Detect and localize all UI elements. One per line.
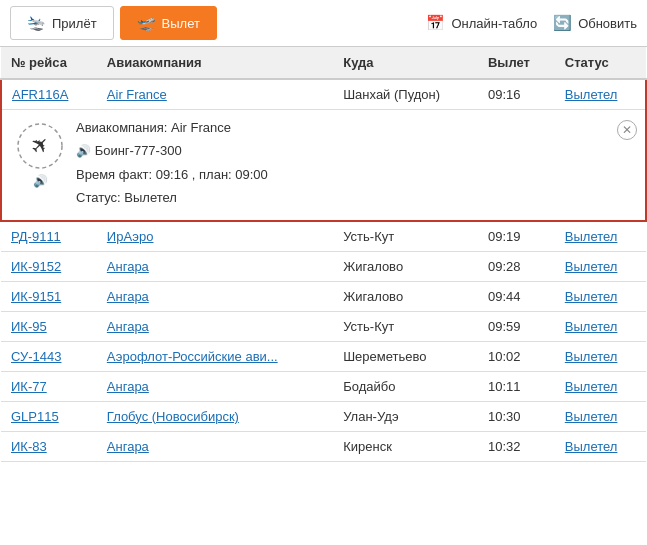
table-row: РД-9111 ИрАэро Усть-Кут 09:19 Вылетел (1, 221, 646, 252)
airline-name[interactable]: Ангара (97, 371, 333, 401)
refresh-link[interactable]: 🔄 Обновить (553, 14, 637, 32)
table-row: GLP115 Глобус (Новосибирск) Улан-Удэ 10:… (1, 401, 646, 431)
flight-number[interactable]: ИК-9152 (1, 251, 97, 281)
flight-status[interactable]: Вылетел (555, 431, 646, 461)
destination: Усть-Кут (333, 221, 478, 252)
table-row: ИК-9152 Ангара Жигалово 09:28 Вылетел (1, 251, 646, 281)
board-label: Онлайн-табло (451, 16, 537, 31)
flight-number[interactable]: AFR116A (1, 79, 97, 110)
toolbar-right: 📅 Онлайн-табло 🔄 Обновить (426, 14, 637, 32)
flight-status[interactable]: Вылетел (555, 371, 646, 401)
arrival-label: Прилёт (52, 16, 97, 31)
airline-name[interactable]: Air France (97, 79, 333, 110)
refresh-label: Обновить (578, 16, 637, 31)
airline-name[interactable]: Ангара (97, 251, 333, 281)
flight-number[interactable]: ИК-83 (1, 431, 97, 461)
departure-icon: 🛫 (137, 14, 156, 32)
airline-name[interactable]: ИрАэро (97, 221, 333, 252)
plane-animation-icon: ✈ 🔊 (8, 116, 76, 192)
destination: Шереметьево (333, 341, 478, 371)
flight-status[interactable]: Вылетел (555, 221, 646, 252)
close-expanded-button[interactable]: ✕ (617, 120, 637, 140)
table-row: ИК-77 Ангара Бодайбо 10:11 Вылетел (1, 371, 646, 401)
departure-time: 09:19 (478, 221, 555, 252)
table-row: ИК-95 Ангара Усть-Кут 09:59 Вылетел (1, 311, 646, 341)
airline-name[interactable]: Аэрофлот-Российские ави... (97, 341, 333, 371)
destination: Усть-Кут (333, 311, 478, 341)
flight-number[interactable]: ИК-95 (1, 311, 97, 341)
departure-tab[interactable]: 🛫 Вылет (120, 6, 217, 40)
destination: Улан-Удэ (333, 401, 478, 431)
flight-status[interactable]: Вылетел (555, 341, 646, 371)
col-flight: № рейса (1, 47, 97, 79)
destination: Бодайбо (333, 371, 478, 401)
online-board-link[interactable]: 📅 Онлайн-табло (426, 14, 537, 32)
flight-status[interactable]: Вылетел (555, 401, 646, 431)
col-time: Вылет (478, 47, 555, 79)
flight-number[interactable]: РД-9111 (1, 221, 97, 252)
destination: Киренск (333, 431, 478, 461)
col-airline: Авиакомпания (97, 47, 333, 79)
toolbar: 🛬 Прилёт 🛫 Вылет 📅 Онлайн-табло 🔄 Обнови… (0, 0, 647, 47)
status[interactable]: Вылетел (555, 79, 646, 110)
flight-number[interactable]: GLP115 (1, 401, 97, 431)
departure-time: 10:11 (478, 371, 555, 401)
flight-status[interactable]: Вылетел (555, 281, 646, 311)
expanded-detail-row: ✈ 🔊 Авиакомпания: Air France 🔊 Боинг-777… (1, 110, 646, 221)
detail-aircraft-icon: 🔊 (76, 144, 91, 158)
airline-name[interactable]: Ангара (97, 311, 333, 341)
airline-name[interactable]: Глобус (Новосибирск) (97, 401, 333, 431)
airline-name[interactable]: Ангара (97, 431, 333, 461)
calendar-icon: 📅 (426, 14, 445, 32)
departure-time: 09:16 (478, 79, 555, 110)
flight-status[interactable]: Вылетел (555, 311, 646, 341)
airline-name[interactable]: Ангара (97, 281, 333, 311)
flights-table: № рейса Авиакомпания Куда Вылет Статус A… (0, 47, 647, 462)
destination: Жигалово (333, 281, 478, 311)
arrival-tab[interactable]: 🛬 Прилёт (10, 6, 114, 40)
departure-time: 09:28 (478, 251, 555, 281)
detail-airline-value: Air France (171, 120, 231, 135)
departure-time: 10:32 (478, 431, 555, 461)
flight-status[interactable]: Вылетел (555, 251, 646, 281)
refresh-icon: 🔄 (553, 14, 572, 32)
detail-aircraft-label: Боинг-777-300 (95, 143, 182, 158)
departure-label: Вылет (162, 16, 200, 31)
table-row: AFR116A Air France Шанхай (Пудон) 09:16 … (1, 79, 646, 110)
flight-number[interactable]: СУ-1443 (1, 341, 97, 371)
departure-time: 09:59 (478, 311, 555, 341)
col-destination: Куда (333, 47, 478, 79)
departure-time: 09:44 (478, 281, 555, 311)
arrival-icon: 🛬 (27, 14, 46, 32)
detail-status-value: Вылетел (124, 190, 177, 205)
detail-time-label: Время факт: 09:16 , план: 09:00 (76, 167, 268, 182)
flight-number[interactable]: ИК-9151 (1, 281, 97, 311)
destination: Жигалово (333, 251, 478, 281)
table-row: ИК-9151 Ангара Жигалово 09:44 Вылетел (1, 281, 646, 311)
col-status: Статус (555, 47, 646, 79)
departure-time: 10:02 (478, 341, 555, 371)
expanded-flight-details: Авиакомпания: Air France 🔊 Боинг-777-300… (76, 116, 617, 210)
table-row: ИК-83 Ангара Киренск 10:32 Вылетел (1, 431, 646, 461)
detail-status-label: Статус: (76, 190, 121, 205)
flight-number[interactable]: ИК-77 (1, 371, 97, 401)
departure-time: 10:30 (478, 401, 555, 431)
destination: Шанхай (Пудон) (333, 79, 478, 110)
table-row: СУ-1443 Аэрофлот-Российские ави... Шерем… (1, 341, 646, 371)
sound-icon: 🔊 (33, 174, 48, 188)
detail-airline-label: Авиакомпания: (76, 120, 167, 135)
table-header-row: № рейса Авиакомпания Куда Вылет Статус (1, 47, 646, 79)
